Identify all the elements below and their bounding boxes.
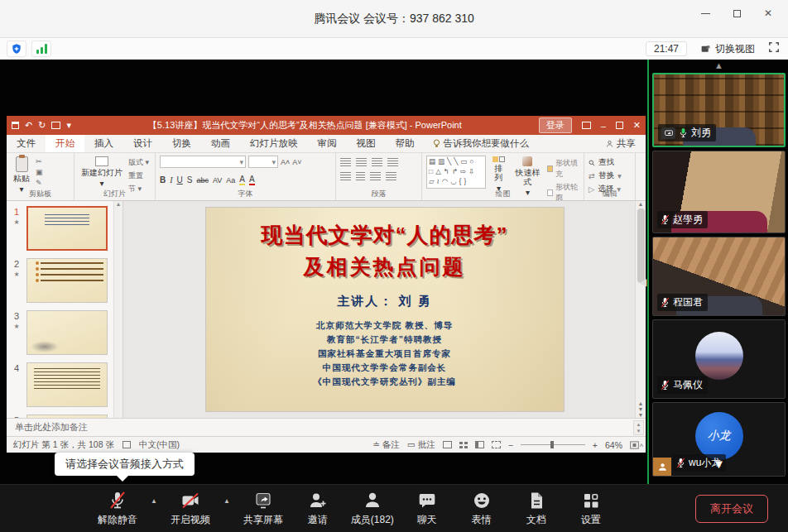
tab-animations[interactable]: 动画 <box>201 135 240 152</box>
justify-icon[interactable] <box>386 172 396 180</box>
tab-review[interactable]: 审阅 <box>308 135 347 152</box>
share-screen-button[interactable]: 共享屏幕 <box>242 491 285 527</box>
save-icon[interactable] <box>12 122 19 129</box>
fit-slide-icon[interactable] <box>630 441 639 449</box>
scroll-up-icon[interactable]: ▲ <box>650 60 788 73</box>
slideshow-view-icon[interactable] <box>492 441 501 448</box>
zoom-in-icon[interactable]: + <box>593 440 598 450</box>
slide-thumbnail-1[interactable]: 1★ <box>7 206 123 251</box>
undo-icon[interactable]: ↶ <box>25 120 32 131</box>
invite-button[interactable]: 邀请 <box>296 491 339 527</box>
tab-insert[interactable]: 插入 <box>84 135 123 152</box>
language-indicator[interactable]: 中文(中国) <box>139 439 180 451</box>
maximize-icon[interactable] <box>725 3 748 23</box>
highlight-button[interactable]: A <box>239 175 245 185</box>
leave-meeting-button[interactable]: 离开会议 <box>695 495 768 523</box>
video-tile-zhao[interactable]: 赵學勇 <box>652 151 786 233</box>
layout-button[interactable]: 版式 ▾ <box>128 157 149 168</box>
zoom-level[interactable]: 64% <box>605 440 622 450</box>
slide-thumbnail-4[interactable]: 4 <box>7 362 123 407</box>
close-icon[interactable]: ✕ <box>757 3 780 23</box>
notes-scrollbar[interactable]: ▲▼ <box>633 420 644 435</box>
tab-file[interactable]: 文件 <box>7 135 46 152</box>
comments-toggle[interactable]: ▭ 批注 <box>407 439 435 451</box>
font-color-button[interactable]: A <box>249 175 255 185</box>
shapes-gallery[interactable]: ▤▥╲╲▭○ □△↰↱⇨⇩ ▱≀◠◡{} <box>426 156 486 189</box>
switch-view-button[interactable]: 切换视图 <box>700 42 755 56</box>
shadow-button[interactable]: S <box>187 175 193 185</box>
start-video-button[interactable]: 开启视频 <box>169 491 212 527</box>
slide-thumbnail-2[interactable]: 2★ <box>7 258 123 303</box>
fullscreen-icon[interactable] <box>768 41 780 56</box>
video-tile-cheng[interactable]: 程国君 <box>652 237 786 316</box>
audio-options-icon[interactable]: ▲ <box>151 497 157 505</box>
docs-button[interactable]: 文档 <box>515 491 558 527</box>
font-size-combobox[interactable]: ▾ <box>248 156 278 168</box>
network-signal-icon[interactable] <box>31 41 51 57</box>
ppt-restore-icon[interactable] <box>616 122 623 129</box>
spellcheck-icon[interactable] <box>123 441 131 448</box>
collapse-sidebar-icon[interactable]: ◀ <box>639 276 646 288</box>
notes-toggle[interactable]: ≐ 备注 <box>372 439 400 451</box>
zoom-out-icon[interactable]: − <box>508 440 513 450</box>
unmute-button[interactable]: 解除静音 <box>96 491 139 527</box>
ribbon-display-icon[interactable] <box>582 122 591 129</box>
tab-transitions[interactable]: 切换 <box>162 135 201 152</box>
current-slide[interactable]: 现当代文学对“人的思考” 及相关热点问题 主讲人： 刘 勇 北京师范大学文学院 … <box>206 208 564 411</box>
minimize-icon[interactable] <box>694 3 717 23</box>
new-slide-button[interactable]: 新建幻灯片 ▾ <box>79 156 125 189</box>
char-spacing-button[interactable]: AV <box>213 176 222 185</box>
tab-slideshow[interactable]: 幻灯片放映 <box>240 135 308 152</box>
reactions-button[interactable]: 表情 <box>460 491 503 527</box>
scroll-down-icon[interactable]: ▼ <box>713 457 725 471</box>
numbering-icon[interactable] <box>356 158 367 166</box>
cut-icon[interactable]: ✂ <box>36 157 43 165</box>
video-tile-ma[interactable]: 马佩仪 <box>652 319 786 399</box>
tab-design[interactable]: 设计 <box>123 135 162 152</box>
font-name-combobox[interactable]: ▾ <box>160 156 246 168</box>
repeat-icon[interactable]: ↻ <box>38 120 46 131</box>
decrease-indent-icon[interactable] <box>372 158 382 166</box>
format-painter-icon[interactable]: ✎ <box>36 179 43 187</box>
security-shield-icon[interactable] <box>7 41 26 57</box>
shrink-font-icon[interactable]: A˅ <box>292 158 301 166</box>
increase-indent-icon[interactable] <box>387 158 398 166</box>
slide-scrollbar[interactable]: ▲ ▲ ▼ ▼ <box>635 201 646 418</box>
reset-button[interactable]: 重置 <box>128 170 149 181</box>
tab-home[interactable]: 开始 <box>46 135 84 152</box>
tab-help[interactable]: 帮助 <box>386 135 425 152</box>
video-options-icon[interactable]: ▲ <box>223 497 230 505</box>
zoom-slider[interactable] <box>521 444 585 445</box>
shape-fill-button[interactable]: 形状填充 <box>547 158 579 180</box>
slide-editing-area[interactable]: 现当代文学对“人的思考” 及相关热点问题 主讲人： 刘 勇 北京师范大学文学院 … <box>123 201 646 418</box>
previous-slide-icon[interactable]: ▲ <box>638 400 644 406</box>
copy-icon[interactable]: ▣ <box>36 168 43 176</box>
notes-pane[interactable]: 单击此处添加备注 ▲▼ <box>7 418 646 436</box>
slide-thumbnail-3[interactable]: 3★ <box>7 310 123 355</box>
ppt-login-button[interactable]: 登录 <box>539 117 572 133</box>
align-left-icon[interactable] <box>340 172 351 180</box>
change-case-button[interactable]: Aa <box>226 176 235 185</box>
find-button[interactable]: 查找 <box>589 157 622 168</box>
ppt-share-button[interactable]: 共享 <box>596 135 646 152</box>
tab-view[interactable]: 视图 <box>347 135 386 152</box>
ppt-minimize-icon[interactable]: – <box>601 121 606 131</box>
reading-view-icon[interactable] <box>475 441 484 448</box>
grow-font-icon[interactable]: A˄ <box>281 158 290 166</box>
slideshow-icon[interactable] <box>51 122 60 129</box>
members-button[interactable]: 成员(182) <box>351 491 394 527</box>
bold-button[interactable]: B <box>160 175 166 185</box>
chat-button[interactable]: 聊天 <box>406 491 449 527</box>
align-center-icon[interactable] <box>356 172 365 180</box>
settings-button[interactable]: 设置 <box>569 491 613 527</box>
next-slide-icon[interactable]: ▼ <box>638 406 644 412</box>
normal-view-icon[interactable] <box>443 441 452 448</box>
italic-button[interactable]: I <box>170 175 172 185</box>
underline-button[interactable]: U <box>177 175 183 185</box>
strikethrough-button[interactable]: abc <box>196 176 209 185</box>
thumbnail-scrollbar[interactable]: ▲ <box>113 201 123 418</box>
tell-me-box[interactable]: 告诉我你想要做什么 <box>425 135 538 152</box>
video-tile-xiaolong[interactable]: 小龙 wu小龙 ▼ <box>652 402 786 477</box>
slide-sorter-view-icon[interactable] <box>459 442 468 448</box>
video-tile-liuyong[interactable]: 刘勇 <box>652 73 786 147</box>
